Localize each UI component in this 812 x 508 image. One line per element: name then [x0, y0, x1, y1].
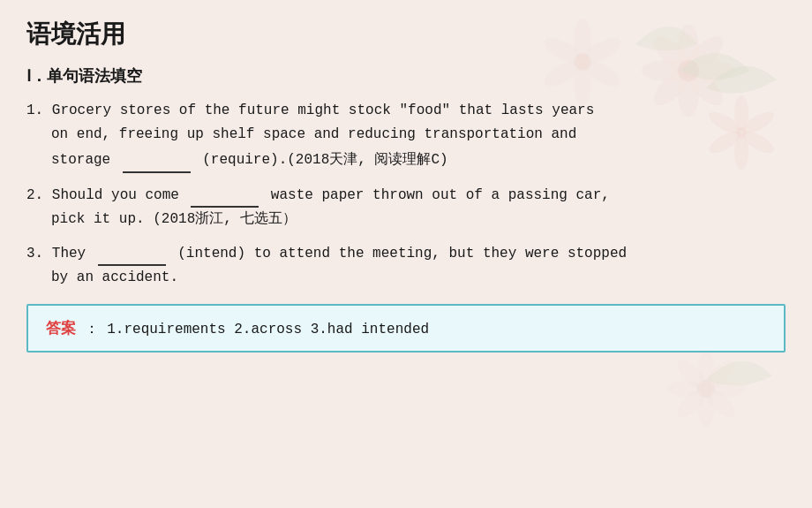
blank-1: [123, 147, 191, 172]
blank-2: [191, 182, 259, 208]
section-title: 单句语法填空: [26, 65, 786, 87]
answer-colon: ：: [85, 322, 99, 337]
exercise-item-1: 1. Grocery stores of the future might st…: [26, 99, 786, 173]
source-2: (2018浙江, 七选五）: [153, 211, 297, 227]
exercise-content-1: Grocery stores of the future might stock…: [52, 102, 595, 118]
exercise-content-2: Should you come waste paper thrown out o…: [52, 187, 610, 203]
item-number-2: 2.: [26, 187, 43, 203]
exercise-item-3: 3. They (intend) to attend the meeting, …: [26, 240, 786, 290]
hint-1: (require).: [202, 152, 287, 168]
main-content: 语境活用 单句语法填空 1. Grocery stores of the fut…: [0, 0, 812, 370]
answer-box: 答案 ： 1.requirements 2.across 3.had inten…: [26, 304, 786, 353]
svg-point-34: [697, 380, 715, 398]
item-number-1: 1.: [26, 102, 43, 118]
blank-3: [98, 240, 166, 266]
source-1: (2018天津, 阅读理解C): [287, 152, 447, 168]
answer-content: 1.requirements 2.across 3.had intended: [107, 322, 429, 337]
exercise-continuation-3: by an accident.: [26, 266, 786, 290]
main-title: 语境活用: [26, 18, 786, 51]
exercise-continuation-1: on end, freeing up shelf space and reduc…: [26, 123, 786, 172]
exercise-content-3: They (intend) to attend the meeting, but…: [52, 246, 627, 262]
exercise-list: 1. Grocery stores of the future might st…: [26, 99, 786, 290]
exercise-item-2: 2. Should you come waste paper thrown ou…: [26, 182, 786, 231]
exercise-continuation-2: pick it up. (2018浙江, 七选五）: [26, 208, 786, 231]
item-number-3: 3.: [26, 246, 43, 262]
answer-label: 答案: [46, 320, 76, 337]
